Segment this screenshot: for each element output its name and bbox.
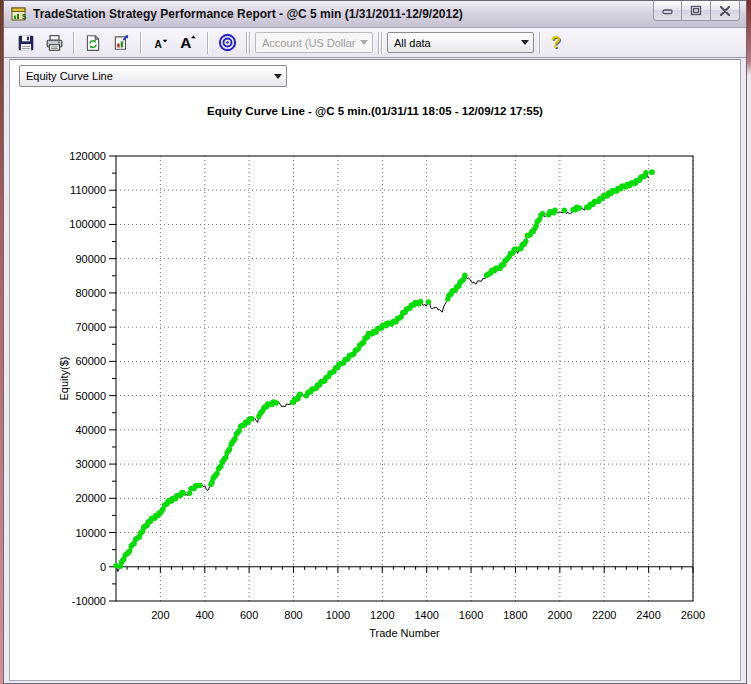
toolbar-separator (539, 32, 540, 54)
svg-text:0: 0 (100, 561, 106, 573)
svg-text:1600: 1600 (459, 609, 483, 621)
svg-text:A: A (180, 34, 191, 51)
svg-text:20000: 20000 (75, 492, 106, 504)
report-type-selector-value: Equity Curve Line (26, 70, 270, 82)
restore-button[interactable] (682, 1, 711, 21)
svg-text:80000: 80000 (75, 287, 106, 299)
svg-text:1000: 1000 (326, 609, 350, 621)
decrease-font-icon: A (151, 34, 169, 52)
equity-curve-plot: -100000100002000030000400005000060000700… (56, 141, 751, 661)
toolbar-separator (246, 32, 247, 54)
svg-text:800: 800 (284, 609, 302, 621)
export-report-icon (112, 34, 131, 52)
svg-text:10000: 10000 (75, 527, 106, 539)
svg-text:70000: 70000 (75, 321, 106, 333)
data-range-selector-value: All data (394, 37, 517, 49)
svg-text:90000: 90000 (75, 253, 106, 265)
decrease-font-button[interactable]: A (146, 31, 174, 55)
toolbar-separator (249, 32, 250, 54)
svg-text:30000: 30000 (75, 458, 106, 470)
toolbar: A A Account (US Dollar) All (4, 28, 746, 58)
chevron-down-icon (521, 40, 529, 45)
svg-text:400: 400 (196, 609, 214, 621)
svg-text:2600: 2600 (681, 609, 705, 621)
tradestation-target-icon (218, 33, 237, 52)
minimize-icon (662, 6, 674, 16)
print-button[interactable] (40, 31, 68, 55)
refresh-report-icon (84, 34, 102, 52)
svg-text:60000: 60000 (75, 355, 106, 367)
svg-text:50000: 50000 (75, 390, 106, 402)
svg-text:2400: 2400 (636, 609, 660, 621)
svg-text:1400: 1400 (414, 609, 438, 621)
svg-text:Trade Number: Trade Number (369, 627, 440, 639)
titlebar: $ TradeStation Strategy Performance Repo… (4, 1, 746, 28)
close-icon (719, 6, 731, 16)
help-button[interactable]: ? (551, 34, 561, 52)
svg-text:200: 200 (151, 609, 169, 621)
window-controls (653, 1, 740, 21)
toolbar-separator (140, 32, 141, 54)
svg-text:-10000: -10000 (72, 595, 106, 607)
save-button[interactable] (12, 31, 40, 55)
svg-text:2000: 2000 (548, 609, 572, 621)
increase-font-button[interactable]: A (174, 31, 202, 55)
toolbar-separator (207, 32, 208, 54)
account-selector-value: Account (US Dollar) (262, 37, 356, 49)
account-selector[interactable]: Account (US Dollar) (255, 32, 373, 53)
restore-icon (690, 5, 702, 16)
svg-text:Equity($): Equity($) (58, 356, 70, 400)
svg-text:$: $ (22, 12, 27, 21)
chevron-down-icon (360, 40, 368, 45)
print-icon (45, 34, 64, 52)
svg-text:A: A (154, 38, 162, 49)
save-icon (17, 34, 35, 52)
chevron-down-icon (274, 74, 282, 79)
app-icon: $ (11, 6, 27, 22)
close-button[interactable] (711, 1, 740, 21)
window-title: TradeStation Strategy Performance Report… (33, 7, 463, 22)
toolbar-separator (381, 32, 382, 54)
refresh-report-button[interactable] (79, 31, 107, 55)
equity-curve-chart: -100000100002000030000400005000060000700… (56, 141, 751, 661)
svg-text:1200: 1200 (370, 609, 394, 621)
toolbar-separator (378, 32, 379, 54)
export-report-button[interactable] (107, 31, 135, 55)
svg-text:100000: 100000 (69, 218, 106, 230)
svg-text:2200: 2200 (592, 609, 616, 621)
data-range-selector[interactable]: All data (387, 32, 534, 53)
svg-text:40000: 40000 (75, 424, 106, 436)
chart-title: Equity Curve Line - @C 5 min.(01/31/11 1… (10, 105, 740, 117)
minimize-button[interactable] (653, 1, 682, 21)
svg-text:1800: 1800 (503, 609, 527, 621)
toolbar-separator (73, 32, 74, 54)
svg-text:600: 600 (240, 609, 258, 621)
tradestation-target-button[interactable] (213, 31, 241, 55)
svg-text:110000: 110000 (70, 184, 106, 196)
svg-text:120000: 120000 (69, 150, 106, 162)
report-type-selector[interactable]: Equity Curve Line (19, 65, 287, 87)
report-content: Equity Curve Line Equity Curve Line - @C… (9, 59, 741, 681)
app-window: $ TradeStation Strategy Performance Repo… (3, 0, 747, 684)
increase-font-icon: A (178, 33, 198, 52)
